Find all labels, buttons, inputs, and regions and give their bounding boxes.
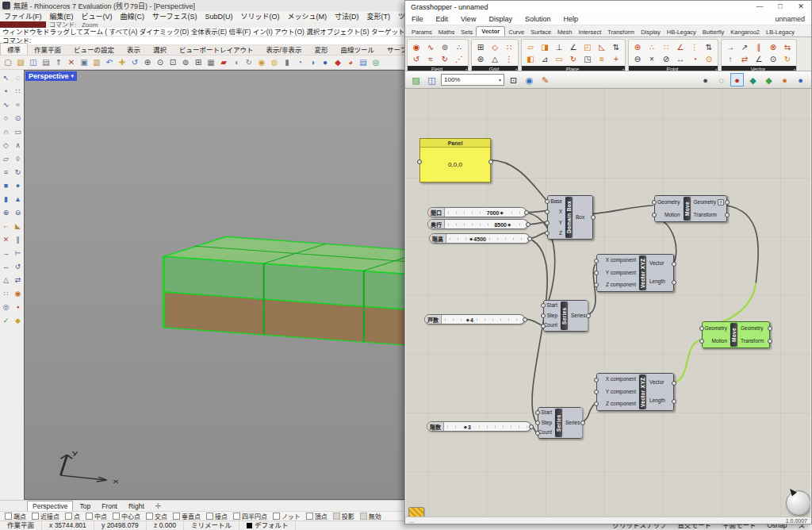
layer-indicator[interactable]: デフォルト [239, 521, 297, 530]
layers-panel-icon[interactable]: ▤ [357, 56, 370, 68]
rectangle-icon[interactable]: ▭ [12, 125, 24, 139]
plane-origin-icon[interactable]: ◰ [581, 41, 594, 53]
rhino-menu-3[interactable]: 曲線(C) [117, 11, 149, 21]
extend-icon[interactable]: → [0, 247, 12, 260]
minimize-button[interactable]: — [749, 1, 770, 13]
rhino-menu-2[interactable]: ビュー(V) [78, 11, 117, 21]
units-indicator[interactable]: ミリメートル [184, 521, 239, 530]
print-icon[interactable]: ▤ [40, 56, 52, 68]
cylinder-icon[interactable]: ▮ [0, 193, 12, 206]
canvas-compass-widget[interactable] [786, 490, 810, 516]
menu-view[interactable]: View [454, 15, 482, 23]
gh-tab-13[interactable]: LB-Legacy [763, 28, 798, 36]
plane-fit-icon[interactable]: ▭ [553, 53, 565, 65]
rhino-toolbar-tab-4[interactable]: 選択 [147, 44, 173, 55]
osnap-toggle-10[interactable]: 頂点 [306, 512, 327, 520]
osnap-toggle-1[interactable]: 近接点 [32, 512, 59, 520]
osnap-toggle-2[interactable]: 点 [65, 512, 80, 520]
rotate-view-icon[interactable]: ↺ [128, 56, 141, 68]
pan-hand-icon[interactable]: ✚ [116, 56, 128, 68]
loft-icon[interactable]: ≡ [0, 166, 12, 179]
lock-toggle-icon[interactable]: ▪ [12, 301, 24, 314]
rhino-toolbar-tab-8[interactable]: 曲線ツール [334, 44, 381, 55]
hexagonal-grid-icon[interactable]: ◇ [488, 41, 501, 53]
dot-product-icon[interactable]: ⊙ [767, 53, 779, 65]
cplane-button[interactable]: 作業平面 [0, 521, 42, 530]
osnap-toggle-8[interactable]: 四半円点 [233, 512, 267, 520]
point-icon[interactable]: • [0, 85, 12, 98]
field-point-charge-icon[interactable]: ◉ [410, 41, 423, 53]
port-in-count[interactable]: Count [544, 323, 560, 328]
port-in-start[interactable]: Start [538, 410, 554, 416]
osnap-toggle-0[interactable]: 端点 [5, 512, 26, 520]
vector-xyz-component[interactable]: X component Y component Z component Vect… [596, 254, 674, 292]
slider-kosu[interactable]: 戸数 ◆4 [424, 314, 525, 325]
zoom-selected-icon[interactable]: ⊚ [179, 56, 192, 68]
deconstruct-plane-icon[interactable]: ◳ [581, 53, 594, 65]
menu-file[interactable]: File [405, 15, 430, 23]
wire[interactable] [592, 205, 653, 214]
maximize-button[interactable]: □ [770, 1, 791, 13]
shaded-mode-icon[interactable]: ◑ [306, 56, 319, 68]
field-vector-icon[interactable]: ⋰ [453, 53, 465, 65]
closest-point-icon[interactable]: × [645, 53, 658, 65]
slider-knob[interactable]: ◆7000 [485, 209, 505, 215]
point-cloud-icon[interactable]: ∷ [660, 41, 672, 53]
gh-tab-11[interactable]: Butterfly [699, 28, 728, 36]
rhino-menu-0[interactable]: ファイル(F) [0, 11, 46, 21]
gh-tab-9[interactable]: Display [638, 28, 664, 36]
custom-preview-icon[interactable]: ● [778, 73, 791, 86]
port-in-y-component[interactable]: Y component [597, 271, 638, 276]
osnap-toggle-6[interactable]: 垂直点 [173, 512, 201, 520]
rhino-toolbar-tab-1[interactable]: 作業平面 [28, 44, 67, 55]
group-label[interactable]: Plane [522, 66, 625, 71]
arc-icon[interactable]: ∩ [0, 125, 12, 139]
fillet-icon[interactable]: ⌐ [0, 220, 12, 233]
triangular-grid-icon[interactable]: △ [488, 53, 501, 65]
port-out-box[interactable]: Box [573, 215, 592, 221]
port-in-geometry[interactable]: Geometry [703, 326, 730, 332]
move-icon[interactable]: ↔ [0, 260, 12, 274]
populate-3d-icon[interactable]: ⋮ [503, 53, 515, 65]
select-arrow-icon[interactable]: ↖ [0, 71, 12, 85]
field-merge-icon[interactable]: ≈ [424, 53, 437, 65]
box-icon[interactable]: ■ [0, 179, 12, 193]
port-in-start[interactable]: Start [544, 303, 560, 309]
gumball-icon[interactable]: ◉ [12, 287, 24, 301]
port-in-base[interactable]: Base [548, 199, 565, 205]
rotate-plane-icon[interactable]: ↻ [567, 53, 580, 65]
grasshopper-titlebar[interactable]: Grasshopper - unnamed — □ ✕ [405, 1, 811, 13]
unit-y-icon[interactable]: ↑ [724, 53, 737, 65]
port-in-x-component[interactable]: X component [597, 377, 638, 382]
port-in-z-component[interactable]: Z component [597, 282, 638, 288]
gh-tab-0[interactable]: Params [408, 28, 435, 36]
slider-kaisu[interactable]: 階数 ◆3 [427, 421, 531, 432]
field-rotate-icon[interactable]: ↻ [439, 53, 451, 65]
slider-kaidaka[interactable]: 階高 ◆4500 [429, 233, 530, 244]
wire[interactable] [526, 211, 546, 213]
view-tab-top[interactable]: Top [75, 501, 95, 511]
sort-points-icon[interactable]: ⇅ [703, 41, 715, 53]
wireframe-mode-icon[interactable]: ◔ [293, 56, 306, 68]
view-tab-right[interactable]: Right [124, 501, 149, 511]
group-label[interactable]: Point [629, 66, 718, 71]
unit-x-icon[interactable]: → [724, 41, 737, 53]
vector-xyz-component[interactable]: X component Y component Z component Vect… [596, 373, 674, 411]
slider-track[interactable]: ◆4500 [446, 234, 529, 243]
group-label[interactable]: Field [408, 66, 468, 71]
scale-icon[interactable]: △ [0, 274, 12, 287]
domain-box-component[interactable]: Base X Y Z Domain Box Box [547, 195, 593, 240]
panel-value[interactable]: 0,0,0 [420, 148, 490, 182]
slider-maguchi[interactable]: 間口 ◆7000 [427, 207, 527, 217]
port-out-length[interactable]: Length [647, 398, 673, 404]
lamp-icon[interactable]: ◍ [268, 56, 281, 68]
point-cylindrical-icon[interactable]: ◔ [688, 53, 701, 65]
port-in-y-component[interactable]: Y component [597, 390, 638, 395]
viewport-menu-caret-icon[interactable]: ▾ [71, 71, 75, 81]
plane-coordinates-icon[interactable]: + [610, 53, 622, 65]
cut-icon[interactable]: ✕ [65, 56, 78, 68]
group-label[interactable]: Grid [472, 66, 518, 71]
slider-grip-icon[interactable]: ◆ [466, 317, 469, 322]
ellipse-icon[interactable]: ⊙ [12, 112, 24, 125]
view-tab-front[interactable]: Front [97, 501, 122, 511]
